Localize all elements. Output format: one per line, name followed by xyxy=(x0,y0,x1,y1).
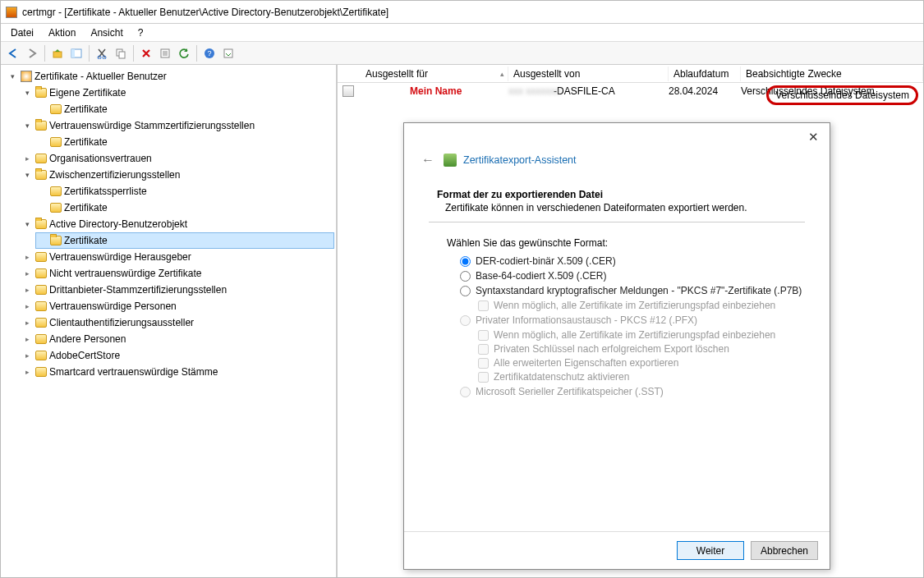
tree-intermediate-crl[interactable]: Zertifikatssperrliste xyxy=(35,183,334,200)
tree-other-people[interactable]: Andere Personen xyxy=(21,331,334,347)
show-hide-tree-button[interactable] xyxy=(67,44,85,62)
row-issued-by: xxx xxxxxxx-DASFILE-CA xyxy=(508,85,669,97)
tree-ad-userobject[interactable]: Active Directory-Benutzerobjekt xyxy=(21,216,334,232)
col-issued-to[interactable]: Ausgestellt für xyxy=(361,67,508,81)
sub-pfx-ext: Alle erweiterten Eigenschaften exportier… xyxy=(478,357,805,369)
tree-own-certs[interactable]: Eigene Zertifikate xyxy=(21,85,334,101)
menu-view[interactable]: Ansicht xyxy=(84,25,129,40)
check-p7b-chain xyxy=(478,300,489,311)
tree-intermediate[interactable]: Zwischenzertifizierungsstellen xyxy=(21,167,334,183)
folder-icon xyxy=(35,121,47,131)
refresh-button[interactable] xyxy=(175,44,193,62)
highlight-annotation: Verschlüsselndes Dateisystem xyxy=(766,85,918,105)
folder-icon xyxy=(35,219,47,229)
sub-p7b-includechain: Wenn möglich, alle Zertifikate im Zertif… xyxy=(478,300,805,311)
option-base64[interactable]: Base-64-codiert X.509 (.CER) xyxy=(460,270,805,282)
tree-intermediate-certs[interactable]: Zertifikate xyxy=(35,200,334,216)
folder-icon xyxy=(35,334,47,344)
menu-file[interactable]: Datei xyxy=(4,25,40,40)
sub-pfx-chain: Wenn möglich, alle Zertifikate im Zertif… xyxy=(478,329,805,341)
folder-icon xyxy=(50,137,62,147)
tree-untrusted[interactable]: Nicht vertrauenswürdige Zertifikate xyxy=(21,265,334,282)
sub-pfx-privacy: Zertifikatdatenschutz aktivieren xyxy=(478,371,805,383)
tree-smartcard-trusted[interactable]: Smartcard vertrauenswürdige Stämme xyxy=(21,364,334,380)
tree-client-auth[interactable]: Clientauthentifizierungsaussteller xyxy=(21,314,334,331)
up-button[interactable] xyxy=(48,44,67,62)
wizard-back-button[interactable]: ← xyxy=(419,151,437,169)
col-issued-by[interactable]: Ausgestellt von xyxy=(508,67,669,81)
help-button[interactable]: ? xyxy=(200,44,218,62)
app-icon xyxy=(6,7,17,18)
folder-icon xyxy=(35,88,47,98)
export-wizard-dialog: ✕ ← Zertifikatexport-Assistent Format de… xyxy=(403,122,830,570)
dialog-close-button[interactable]: ✕ xyxy=(803,127,823,147)
folder-icon xyxy=(35,268,47,278)
col-purpose[interactable]: Beabsichtigte Zwecke xyxy=(741,67,923,81)
folder-icon xyxy=(35,170,47,180)
cut-button[interactable] xyxy=(93,44,111,62)
folder-icon xyxy=(35,154,47,163)
section-subtext: Zertifikate können in verschiedenen Date… xyxy=(429,200,805,222)
window-title: certmgr - [Zertifikate - Aktueller Benut… xyxy=(22,7,388,18)
export-list-button[interactable] xyxy=(219,44,237,62)
option-sst: Microsoft Serieller Zertifikatspeicher (… xyxy=(460,386,805,397)
radio-pfx xyxy=(460,315,471,326)
cancel-button[interactable]: Abbrechen xyxy=(751,541,818,560)
row-expiry: 28.04.2024 xyxy=(669,85,741,97)
svg-rect-2 xyxy=(71,49,75,57)
check-pfx-delkey xyxy=(478,344,489,355)
option-pfx: Privater Informationsaustausch - PKCS #1… xyxy=(460,314,805,326)
folder-icon xyxy=(35,318,47,328)
svg-text:?: ? xyxy=(207,49,211,57)
radio-der[interactable] xyxy=(460,256,471,267)
check-pfx-privacy xyxy=(478,372,489,383)
folder-icon xyxy=(35,252,47,262)
folder-icon xyxy=(50,186,62,196)
back-button[interactable] xyxy=(4,44,22,62)
wizard-icon xyxy=(444,154,457,167)
delete-button[interactable] xyxy=(137,44,155,62)
format-prompt: Wählen Sie das gewünschte Format: xyxy=(447,237,805,249)
menu-action[interactable]: Aktion xyxy=(42,25,82,40)
section-heading: Format der zu exportierenden Datei xyxy=(437,189,805,200)
folder-icon xyxy=(35,367,47,377)
tree-trusted-root-sub[interactable]: Zertifikate xyxy=(35,134,334,150)
folder-icon xyxy=(50,203,62,213)
tree-pane[interactable]: Zertifikate - Aktueller Benutzer Eigene … xyxy=(1,65,338,577)
folder-icon xyxy=(50,236,62,245)
properties-button[interactable] xyxy=(156,44,174,62)
forward-button[interactable] xyxy=(23,44,41,62)
tree-trusted-people[interactable]: Vertrauenswürdige Personen xyxy=(21,298,334,314)
tree-own-certs-sub[interactable]: Zertifikate xyxy=(35,101,334,117)
tree-org-trust[interactable]: Organisationsvertrauen xyxy=(21,150,334,167)
tree-trusted-publishers[interactable]: Vertrauenswürdige Herausgeber xyxy=(21,249,334,265)
sub-pfx-delkey: Privaten Schlüssel nach erfolgreichem Ex… xyxy=(478,343,805,355)
folder-icon xyxy=(35,351,47,360)
certificate-store-icon xyxy=(21,71,32,82)
tree-adobe-certstore[interactable]: AdobeCertStore xyxy=(21,347,334,364)
tree-trusted-root[interactable]: Vertrauenswürdige Stammzertifizierungsst… xyxy=(21,117,334,134)
col-expiry[interactable]: Ablaufdatum xyxy=(669,67,741,81)
certificate-icon xyxy=(342,85,354,97)
list-header[interactable]: Ausgestellt für Ausgestellt von Ablaufda… xyxy=(338,65,923,83)
next-button[interactable]: Weiter xyxy=(677,541,744,560)
option-der[interactable]: DER-codiert-binär X.509 (.CER) xyxy=(460,255,805,267)
copy-button[interactable] xyxy=(112,44,130,62)
menu-bar: Datei Aktion Ansicht ? xyxy=(1,24,923,42)
check-pfx-ext xyxy=(478,358,489,369)
row-issued-to: Mein Name xyxy=(361,85,508,97)
folder-icon xyxy=(35,301,47,311)
svg-rect-0 xyxy=(53,52,62,57)
tree-ad-certs[interactable]: Zertifikate xyxy=(35,232,334,249)
option-p7b[interactable]: Syntaxstandard kryptografischer Meldunge… xyxy=(460,285,805,296)
toolbar: ? xyxy=(1,42,923,65)
menu-help[interactable]: ? xyxy=(131,25,150,40)
svg-rect-6 xyxy=(119,52,125,58)
window-titlebar: certmgr - [Zertifikate - Aktueller Benut… xyxy=(1,1,923,24)
radio-p7b[interactable] xyxy=(460,286,471,296)
radio-sst xyxy=(460,387,471,397)
tree-third-party-root[interactable]: Drittanbieter-Stammzertifizierungsstelle… xyxy=(21,282,334,298)
tree-root[interactable]: Zertifikate - Aktueller Benutzer xyxy=(6,68,334,85)
wizard-title: Zertifikatexport-Assistent xyxy=(463,154,577,166)
radio-base64[interactable] xyxy=(460,271,471,282)
